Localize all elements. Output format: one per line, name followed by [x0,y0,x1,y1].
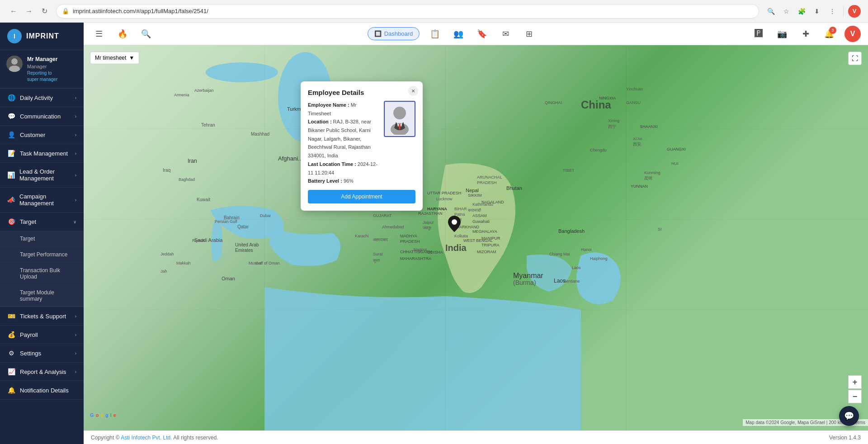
sidebar-item-target-performance[interactable]: Target Performance [0,247,84,263]
svg-text:Nepal: Nepal [466,188,479,193]
chevron-right-icon: › [75,151,76,156]
footer-version: Version 1.4.3 [829,435,861,441]
search-button[interactable]: 🔍 [138,26,154,42]
zoom-in-button[interactable]: + [848,375,862,389]
svg-text:昆明: 昆明 [644,176,652,180]
chat-fab-button[interactable]: 💬 [839,406,859,426]
sidebar-item-campaign[interactable]: 📣 Campaign Management › [0,188,84,213]
header-right-icon-3[interactable]: ✚ [797,26,814,42]
svg-text:Xi'An: Xi'An [633,137,642,141]
refresh-button[interactable]: ↻ [38,5,51,18]
header-icon-3[interactable]: 🔖 [474,26,490,42]
header-icon-2[interactable]: 👥 [450,26,467,42]
browser-profile[interactable]: V [848,5,861,18]
chat-icon: 💬 [844,411,854,421]
sidebar-item-target[interactable]: 🎯 Target ∨ [0,213,84,231]
communication-icon: 💬 [7,113,15,120]
svg-text:Kunming: Kunming [644,170,660,175]
chevron-right-icon: › [75,332,76,337]
svg-text:Jah: Jah [160,269,167,274]
chevron-right-icon: › [75,95,76,100]
svg-point-106 [393,107,406,119]
map-dropdown-label: Mr timesheet [95,55,126,61]
sidebar-item-report-analysis[interactable]: 📈 Report & Analysis › [0,363,84,381]
sidebar-item-settings[interactable]: ⚙ Settings › [0,344,84,363]
svg-text:Dubai: Dubai [260,213,271,218]
zoom-out-button[interactable]: − [848,390,862,403]
zoom-button[interactable]: 🔍 [764,5,777,18]
header-icon-1[interactable]: 📋 [427,26,443,42]
svg-text:NINGXIA: NINGXIA [599,96,616,100]
svg-text:MADHYA: MADHYA [400,234,417,238]
payroll-icon: 💰 [7,331,15,338]
sidebar-item-communication[interactable]: 💬 Communication › [0,107,84,126]
svg-text:काठमाडौ: काठमाडौ [467,208,481,213]
svg-text:MEGHALAYA: MEGHALAYA [472,229,497,234]
header-right-icon-2[interactable]: 📷 [774,26,790,42]
svg-point-0 [11,58,18,65]
svg-text:Jaipur: Jaipur [423,220,434,225]
sidebar-item-daily-activity[interactable]: 🌐 Daily Activity › [0,89,84,107]
notification-button[interactable]: 🔔 3 [821,26,837,42]
extensions-button[interactable]: 🧩 [795,5,808,18]
sidebar-item-tickets[interactable]: 🎫 Tickets & Support › [0,307,84,326]
popup-content: Employee Name : Mr Timesheet Location : … [308,101,415,185]
svg-text:MIZORAM: MIZORAM [477,250,496,254]
sidebar-item-transaction-bulk-upload[interactable]: Transaction Bulk Upload [0,263,84,285]
svg-text:Myanmar: Myanmar [513,272,543,279]
add-appointment-button[interactable]: Add Appointment [308,190,415,203]
copyright-text: Copyright © [91,435,120,441]
sidebar-item-notification-details[interactable]: 🔔 Notification Details [0,381,84,400]
dashboard-button[interactable]: 🔲 Dashboard [368,27,420,40]
last-location-time: Last Location Time : 2024-12-11 11:20:44 [308,160,379,177]
sidebar-item-payroll[interactable]: 💰 Payroll › [0,326,84,344]
address-bar[interactable]: 🔒 imprint.astiinfotech.com/#/app1/fullMa… [56,4,759,19]
header-avatar[interactable]: V [844,26,861,42]
svg-text:ODISHA: ODISHA [427,250,443,255]
site-info-icon: 🔒 [62,8,69,14]
sidebar-item-target-sub[interactable]: Target [0,231,84,247]
svg-text:Azerbaijan: Azerbaijan [194,88,214,93]
communication-label: Communication [20,113,61,120]
svg-text:NAGALAND: NAGALAND [481,200,504,204]
svg-point-104 [452,219,457,225]
header-icon-5[interactable]: ⊞ [521,26,537,42]
more-button[interactable]: ⋮ [826,5,839,18]
header-right-icon-1[interactable]: 🅿 [750,26,767,42]
menu-toggle-button[interactable]: ☰ [91,26,107,42]
svg-text:Baghdad: Baghdad [179,177,195,182]
sidebar-item-target-module-summary[interactable]: Target Module summary [0,285,84,307]
svg-text:GUJARAT: GUJARAT [373,213,392,218]
sidebar-item-task-management[interactable]: 📝 Task Management › [0,144,84,163]
popup-close-button[interactable]: × [408,86,418,96]
forward-button[interactable]: → [23,5,35,18]
svg-text:Afghani...: Afghani... [278,155,303,162]
bookmark-button[interactable]: ☆ [780,5,793,18]
svg-text:Makkah: Makkah [176,261,191,265]
map-fullscreen-button[interactable]: ⛶ [848,52,862,65]
employee-popup: × Employee Details Employee Name : Mr Ti… [301,81,423,211]
svg-text:Iraq: Iraq [163,168,170,173]
svg-text:PRADESH: PRADESH [400,239,420,244]
svg-text:BIHAR: BIHAR [454,207,467,211]
back-button[interactable]: ← [7,5,20,18]
downloads-button[interactable]: ⬇ [811,5,823,18]
svg-text:MANIPUR: MANIPUR [481,236,500,241]
battery-value: 96% [344,178,354,184]
svg-text:MAHARASHTRA: MAHARASHTRA [400,256,431,261]
header-icon-4[interactable]: ✉ [497,26,514,42]
map-location-pin[interactable] [448,216,461,235]
svg-text:西宁: 西宁 [608,124,616,129]
employee-location: Location : RAJ, B-328, near Bikaner Publ… [308,118,379,160]
map-employee-dropdown[interactable]: Mr timesheet ▼ [90,52,139,64]
company-link[interactable]: Asti Infotech Pvt. Ltd. [121,435,172,441]
sidebar-item-customer[interactable]: 👤 Customer › [0,126,84,144]
sidebar-item-lead-order[interactable]: 📊 Lead & Order Management › [0,163,84,188]
map-zoom-controls: + − [848,375,862,403]
svg-text:SHAANXI: SHAANXI [640,124,658,129]
map-svg: Turkmenistan Ashgabat Mashhad Tajikistan… [84,45,868,430]
fire-icon-button[interactable]: 🔥 [114,26,131,42]
svg-text:GANSU: GANSU [626,100,641,105]
svg-text:SIKKIM: SIKKIM [468,193,482,198]
svg-text:UTTAR PRADESH: UTTAR PRADESH [427,191,461,195]
